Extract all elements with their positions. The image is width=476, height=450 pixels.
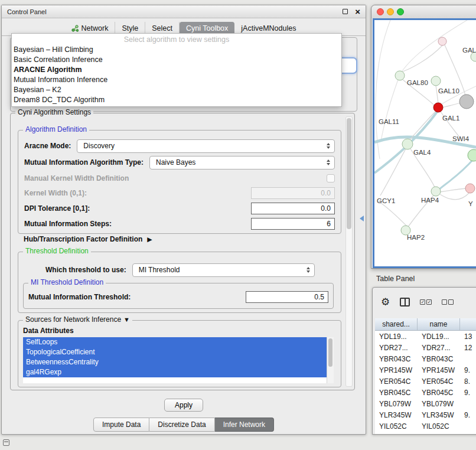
list-item[interactable]: SelfLoops (23, 337, 327, 347)
apply-button[interactable]: Apply (164, 399, 203, 412)
zoom-button[interactable] (397, 8, 404, 15)
node-label: GAL11 (379, 118, 399, 125)
node-label: HAP4 (421, 197, 439, 204)
dropdown-item[interactable]: Bayesian – Hill Climbing (12, 45, 341, 55)
attribute-list: SelfLoops TopologicalCoefficient Between… (23, 337, 334, 383)
tab-network-label: Network (81, 24, 109, 32)
node-label: GAL80 (407, 79, 428, 86)
algorithm-definition-title: Algorithm Definition (23, 125, 89, 133)
table-row[interactable]: YPR145W YPR145W 9. (375, 364, 476, 376)
table-header-row: shared... name (375, 318, 476, 331)
mi-type-select[interactable]: Naive Bayes (149, 156, 335, 169)
kernel-width-input: 0.0 (251, 187, 335, 199)
network-node-green[interactable] (468, 149, 476, 161)
network-node[interactable] (431, 187, 441, 196)
minimize-button[interactable] (387, 8, 394, 15)
table-row[interactable]: YBR045C YBR045C 9. (375, 387, 476, 398)
column-header[interactable]: shared... (375, 318, 418, 330)
node-label: HAP2 (407, 234, 425, 241)
table-row[interactable]: YBR043C YBR043C (375, 353, 476, 364)
dropdown-item[interactable]: Dream8 DC_TDC Algorithm (12, 95, 341, 105)
dropdown-item[interactable]: Basic Correlation Inference (12, 55, 341, 65)
dropdown-item[interactable]: Bayesian – K2 (12, 85, 341, 95)
node-label: GAL (462, 47, 476, 54)
dpi-tolerance-label: DPI Tolerance [0,1]: (24, 204, 90, 213)
chevron-updown-icon (307, 267, 310, 273)
mi-threshold-input[interactable]: 0.5 (246, 291, 328, 303)
mi-threshold-label: Mutual Information Threshold: (28, 293, 131, 301)
network-node[interactable] (431, 76, 441, 86)
list-item[interactable]: TopologicalCoefficient (23, 347, 327, 357)
network-node[interactable] (438, 37, 446, 45)
attribute-list-scrollbar[interactable] (327, 337, 334, 383)
cyni-algorithm-settings-group: Cyni Algorithm Settings Algorithm Defini… (10, 113, 355, 390)
network-node[interactable] (395, 71, 405, 80)
which-threshold-label: Which threshold to use: (45, 266, 126, 274)
settings-scrollbar[interactable] (345, 116, 353, 387)
manual-kernel-checkbox (327, 174, 335, 182)
gear-icon[interactable]: ⚙ (381, 297, 390, 307)
deselect-all-icon[interactable] (442, 299, 454, 305)
dropdown-item[interactable]: Mutual Information Inference (12, 75, 341, 85)
algorithm-definition-group: Algorithm Definition Aracne Mode: Discov… (18, 130, 341, 234)
control-panel-titlebar: Control Panel × (2, 5, 366, 18)
table-row[interactable]: YER054C YER054C 8. (375, 376, 476, 387)
window-close-icon[interactable]: × (355, 9, 360, 15)
network-node-red[interactable] (433, 103, 443, 112)
threshold-definition-title: Threshold Definition (23, 247, 91, 255)
table-toolbar: ⚙ ✓ ✓ (381, 297, 454, 307)
mi-steps-input[interactable]: 6 (251, 218, 335, 230)
node-table: shared... name YDL19... YDL19... 13 YDR2… (375, 318, 476, 434)
network-node-pink[interactable] (465, 184, 475, 193)
tab-impute-data[interactable]: Impute Data (93, 418, 149, 432)
column-header[interactable]: name (418, 318, 460, 330)
attribute-list-scrollbar-thumb[interactable] (328, 338, 332, 367)
table-row[interactable]: YLR345W YLR345W 9. (375, 409, 476, 420)
node-label: SWI4 (452, 135, 469, 142)
table-panel-window: ⚙ ✓ ✓ shared... name YDL19... YDL19... 1… (372, 287, 476, 435)
sources-group: Sources for Network Inference ▼ Data Att… (18, 320, 341, 387)
window-title: Control Panel (7, 8, 343, 15)
dropdown-placeholder: Select algorithm to view settings (12, 34, 341, 45)
node-label: GCY1 (377, 197, 395, 204)
mi-threshold-group-title: MI Threshold Definition (28, 278, 106, 286)
dropdown-item-selected[interactable]: ARACNE Algorithm (12, 65, 341, 75)
manual-kernel-label: Manual Kernel Width Definition (24, 174, 129, 182)
network-node-gray[interactable] (459, 94, 474, 109)
hub-section-toggle[interactable]: Hub/Transcription Factor Definition ▶ (24, 235, 152, 243)
tab-discretize-data[interactable]: Discretize Data (149, 418, 214, 432)
settings-scrollbar-thumb[interactable] (347, 118, 351, 229)
network-node[interactable] (402, 139, 413, 149)
column-header[interactable] (460, 318, 476, 330)
bottom-tab-bar: Impute Data Discretize Data Infer Networ… (93, 418, 274, 432)
window-restore-icon[interactable] (343, 9, 348, 14)
table-row[interactable]: YBL079W YBL079W (375, 398, 476, 409)
chevron-updown-icon (327, 159, 330, 165)
threshold-definition-group: Threshold Definition Which threshold to … (18, 252, 341, 313)
kernel-width-label: Kernel Width (0,1): (24, 189, 87, 197)
list-item[interactable]: gal4RGexp (23, 367, 327, 377)
list-item[interactable]: BetweennessCentrality (23, 357, 327, 367)
splitter-collapse-arrow[interactable] (360, 216, 364, 221)
mi-threshold-group: MI Threshold Definition Mutual Informati… (23, 283, 334, 309)
table-row[interactable]: YDR27... YDR27... 12 (375, 342, 476, 353)
network-view-window: GAL80 GAL10 GAL11 GAL1 SWI4 GAL4 GCY1 HA… (371, 5, 476, 269)
tab-infer-network[interactable]: Infer Network (215, 418, 274, 432)
sources-toggle[interactable]: Sources for Network Inference ▼ (23, 315, 132, 324)
select-all-icon[interactable]: ✓ ✓ (420, 299, 432, 305)
close-button[interactable] (377, 8, 384, 15)
panel-toggle-icon[interactable] (3, 439, 9, 446)
columns-icon[interactable] (400, 298, 410, 306)
sources-title: Sources for Network Inference (25, 315, 121, 324)
collapse-arrow-icon: ▼ (123, 317, 130, 323)
threshold-select[interactable]: MI Threshold (132, 263, 315, 277)
dpi-tolerance-input[interactable]: 0.0 (251, 203, 335, 214)
table-row[interactable]: YIL052C YIL052C (375, 420, 476, 432)
network-window-titlebar (371, 5, 476, 18)
node-label: GAL1 (442, 115, 459, 122)
table-row[interactable]: YDL19... YDL19... 13 (375, 331, 476, 342)
aracne-mode-select[interactable]: Discovery (77, 139, 335, 153)
expand-arrow-icon: ▶ (147, 236, 152, 243)
network-canvas[interactable] (374, 20, 476, 266)
network-tab-icon (71, 25, 79, 32)
